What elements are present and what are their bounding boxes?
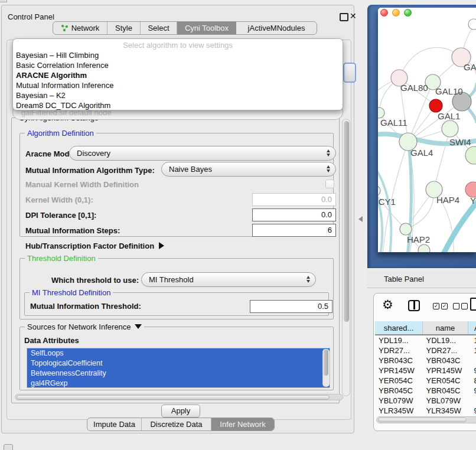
network-node[interactable] [378, 107, 384, 118]
network-node[interactable] [468, 19, 476, 30]
tab-select[interactable]: Select [141, 22, 177, 34]
network-edge[interactable] [378, 172, 382, 252]
tab-jactivemnodules[interactable]: jActiveMNodules [236, 22, 317, 34]
algorithm-option[interactable]: Bayesian – Hill Climbing [13, 50, 343, 60]
algorithm-option[interactable]: ARACNE Algorithm [13, 70, 343, 80]
table-cell: 9. [468, 406, 476, 416]
network-node[interactable] [429, 99, 442, 112]
algorithm-option[interactable]: Bayesian – K2 [13, 90, 343, 100]
tab-discretize-data-label: Discretize Data [150, 420, 202, 429]
apply-button[interactable]: Apply [161, 405, 200, 418]
control-panel-window: Control Panel ✕ Network Style Select Cyn… [1, 5, 354, 433]
tab-discretize-data[interactable]: Discretize Data [142, 418, 211, 431]
table-row[interactable]: YDR27...YDR27...12... [375, 345, 476, 356]
minimize-traffic-light[interactable] [392, 9, 400, 17]
float-window-icon[interactable] [340, 13, 348, 21]
tab-network-label: Network [71, 24, 100, 32]
show-columns-icon[interactable] [408, 300, 420, 311]
network-edge[interactable] [442, 202, 476, 252]
mi-type-combo[interactable]: Naive Bayes [161, 162, 336, 177]
column-name[interactable]: name [423, 321, 468, 335]
dpi-tolerance-label: DPI Tolerance [0,1]: [25, 211, 96, 220]
tab-impute-data[interactable]: Impute Data [87, 418, 142, 431]
sources-group-title[interactable]: Sources for Network Inference [25, 322, 144, 331]
table-cell: YDR27... [375, 345, 423, 356]
tab-infer-network[interactable]: Infer Network [211, 418, 274, 431]
kernel-width-value: 0.0 [321, 195, 332, 204]
select-all-icon[interactable]: ✓✓ [433, 303, 448, 309]
tab-select-label: Select [148, 24, 169, 32]
mi-steps-field[interactable]: 6 [252, 224, 336, 237]
table-row[interactable]: YDL19...YDL19...13... [375, 335, 476, 345]
tab-network[interactable]: Network [53, 22, 107, 34]
table-panel-title: Table Panel [384, 275, 424, 283]
network-node-label: SWI4 [449, 137, 471, 147]
attribute-list-item[interactable]: TopologicalCoefficient [27, 358, 330, 369]
attribute-list-item[interactable]: gal4RGexp [27, 379, 330, 388]
tab-style[interactable]: Style [107, 22, 141, 34]
network-node[interactable] [378, 185, 380, 196]
collapsed-arrow-icon [159, 242, 164, 249]
network-node[interactable] [400, 223, 412, 235]
table-row[interactable]: YBR045CYBR045C9. [375, 386, 476, 396]
app-root: Control Panel ✕ Network Style Select Cyn… [0, 0, 476, 450]
algorithm-option[interactable]: Mutual Information Inference [13, 80, 343, 90]
column-extra[interactable]: A [468, 321, 476, 335]
aracne-mode-combo[interactable]: Discovery [69, 146, 336, 161]
column-shared-name[interactable]: shared... [375, 321, 423, 335]
table-row[interactable]: YLR345WYLR345W9. [375, 406, 476, 416]
hub-definition-toggle[interactable]: Hub/Transcription Factor Definition [25, 242, 164, 250]
unchecked-box-icon [461, 303, 468, 309]
network-edge[interactable] [399, 47, 461, 78]
which-threshold-combo[interactable]: MI Threshold [141, 272, 316, 287]
network-node[interactable] [418, 244, 430, 252]
algorithm-combo-stepper-fragment[interactable] [343, 63, 356, 83]
algorithm-option[interactable]: Basic Correlation Inference [13, 60, 343, 70]
network-edge[interactable] [434, 129, 450, 190]
dpi-tolerance-field[interactable]: 0.0 [252, 208, 336, 221]
table-cell: YBR045C [375, 386, 423, 396]
network-canvas[interactable]: GALGAL80GAL10GAL1GAL11GAL4SWI4GCY1HAP4YH… [378, 18, 476, 252]
algorithm-popup-placeholder: Select algorithm to view settings [13, 40, 343, 50]
kernel-width-field[interactable]: 0.0 [252, 193, 336, 206]
zoom-traffic-light[interactable] [404, 9, 412, 17]
node-table: shared... name A YDL19...YDL19...13...YD… [375, 321, 476, 426]
threshold-definition-title: Threshold Definition [25, 254, 98, 263]
network-node[interactable] [465, 146, 476, 164]
table-header-row: shared... name A [375, 321, 476, 335]
algorithm-popup-list: Bayesian – Hill ClimbingBasic Correlatio… [13, 50, 343, 110]
algorithm-option[interactable]: Dream8 DC_TDC Algorithm [13, 100, 343, 110]
table-row[interactable]: YBR043CYBR043C [375, 356, 476, 366]
dpi-tolerance-value: 0.0 [321, 210, 332, 219]
manual-kernel-checkbox[interactable] [325, 180, 334, 188]
attributes-vertical-scrollbar[interactable] [322, 349, 330, 387]
table-cell: YBL079W [375, 396, 423, 406]
cyni-bottom-tabs: Impute Data Discretize Data Infer Networ… [87, 418, 275, 431]
table-cell: 12... [468, 345, 476, 356]
tab-cyni-toolbox[interactable]: Cyni Toolbox [177, 22, 236, 34]
network-node[interactable] [442, 120, 458, 137]
table-cell [468, 356, 476, 366]
table-cell: YDL19... [375, 335, 423, 345]
table-horizontal-scrollbar[interactable] [376, 416, 476, 423]
deselect-all-icon[interactable] [453, 303, 468, 309]
export-table-icon[interactable] [470, 298, 476, 311]
settings-vertical-scrollbar[interactable] [342, 119, 350, 396]
minimized-panel-icon[interactable] [4, 444, 13, 450]
close-traffic-light[interactable] [380, 9, 388, 17]
splitter-collapse-icon[interactable] [358, 216, 363, 222]
close-icon[interactable]: ✕ [350, 11, 357, 21]
attribute-list-item[interactable]: BetweennessCentrality [27, 369, 330, 379]
table-cell: 8. [468, 376, 476, 386]
sources-group-label: Sources for Network Inference [27, 322, 131, 331]
attribute-list-item[interactable]: SelfLoops [27, 348, 330, 358]
settings-horizontal-scrollbar[interactable] [15, 394, 343, 400]
table-row[interactable]: YBL079WYBL079W [375, 396, 476, 406]
table-settings-gear-icon[interactable]: ⚙ [382, 298, 393, 311]
network-node-label: GAL1 [438, 111, 460, 121]
table-row[interactable]: YPR145WYPR145W9. [375, 366, 476, 376]
table-row[interactable]: YER054CYER054C8. [375, 376, 476, 386]
mi-threshold-field[interactable]: 0.5 [250, 300, 332, 313]
aracne-mode-value: Discovery [77, 149, 110, 158]
data-attributes-list[interactable]: SelfLoopsTopologicalCoefficientBetweenne… [27, 348, 330, 388]
